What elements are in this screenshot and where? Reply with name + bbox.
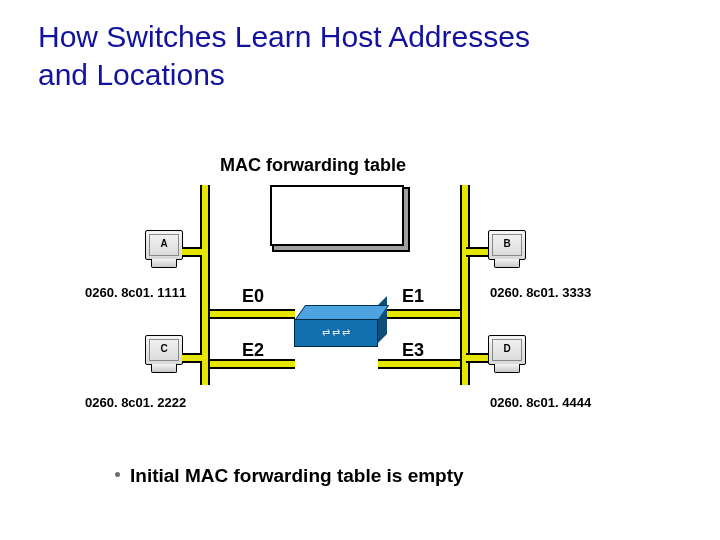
switch-arrows-icon: ⇄ [342, 328, 350, 338]
cable-e1 [378, 309, 468, 319]
cable-d-stub [460, 365, 470, 385]
title-line-1: How Switches Learn Host Addresses [38, 20, 530, 53]
host-c: C [145, 335, 183, 373]
port-e3-label: E3 [402, 340, 424, 361]
switch-icon: ⇄ ⇄ ⇄ [294, 305, 376, 349]
switch-arrows-icon: ⇄ [332, 328, 340, 338]
host-c-label: C [146, 343, 182, 354]
bullet-icon [115, 472, 120, 477]
switch-arrows-icon: ⇄ [322, 328, 330, 338]
host-b: B [488, 230, 526, 268]
bullet-text: Initial MAC forwarding table is empty [130, 465, 464, 486]
host-a-label: A [146, 238, 182, 249]
host-d-label: D [489, 343, 525, 354]
network-diagram: ⇄ ⇄ ⇄ E0 E1 E2 E3 A B C D 0260. 8c01. 11… [100, 185, 620, 445]
slide-title: How Switches Learn Host Addresses and Lo… [38, 18, 530, 93]
mac-table-caption: MAC forwarding table [220, 155, 406, 176]
host-d-mac: 0260. 8c01. 4444 [490, 395, 591, 410]
cable-e0 [200, 309, 295, 319]
port-e0-label: E0 [242, 286, 264, 307]
cable-d-hstub [466, 353, 488, 363]
host-d: D [488, 335, 526, 373]
host-b-mac: 0260. 8c01. 3333 [490, 285, 591, 300]
host-a: A [145, 230, 183, 268]
title-line-2: and Locations [38, 58, 225, 91]
host-c-mac: 0260. 8c01. 2222 [85, 395, 186, 410]
bullet-line: Initial MAC forwarding table is empty [115, 465, 464, 487]
cable-c-stub [200, 365, 210, 385]
mac-forwarding-table [270, 185, 404, 246]
host-b-label: B [489, 238, 525, 249]
host-a-mac: 0260. 8c01. 1111 [85, 285, 186, 300]
cable-c-hstub [182, 353, 202, 363]
cable-b-stub [466, 247, 488, 257]
port-e2-label: E2 [242, 340, 264, 361]
port-e1-label: E1 [402, 286, 424, 307]
cable-a-stub [182, 247, 202, 257]
